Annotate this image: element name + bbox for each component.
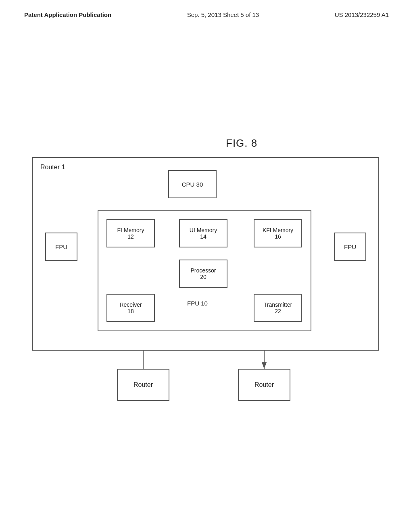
fpu-left-label: FPU bbox=[55, 243, 67, 250]
kfi-memory-box: KFI Memory 16 bbox=[254, 219, 302, 247]
processor-box: Processor 20 bbox=[179, 260, 227, 288]
router-left-label: Router bbox=[133, 381, 153, 389]
figure-label: FIG. 8 bbox=[226, 137, 257, 150]
transmitter-line1: Transmitter bbox=[264, 301, 292, 308]
receiver-line2: 18 bbox=[127, 308, 134, 314]
router-right-box: Router bbox=[238, 369, 290, 401]
ui-memory-line2: 14 bbox=[200, 233, 206, 240]
header-center: Sep. 5, 2013 Sheet 5 of 13 bbox=[187, 11, 259, 18]
cpu-box: CPU 30 bbox=[168, 170, 217, 198]
processor-line1: Processor bbox=[190, 267, 216, 274]
kfi-memory-line2: 16 bbox=[275, 233, 281, 240]
inner-fpu-box: FI Memory 12 UI Memory 14 KFI Memory 16 … bbox=[98, 210, 311, 331]
router-right-label: Router bbox=[254, 381, 274, 389]
router1-label: Router 1 bbox=[40, 164, 65, 171]
fi-memory-box: FI Memory 12 bbox=[106, 219, 155, 247]
transmitter-box: Transmitter 22 bbox=[254, 294, 302, 322]
router-left-box: Router bbox=[117, 369, 169, 401]
router1-box: Router 1 CPU 30 FPU FPU FI Memory 12 UI … bbox=[32, 157, 379, 351]
receiver-box: Receiver 18 bbox=[106, 294, 155, 322]
fpu-right-label: FPU bbox=[344, 243, 356, 250]
fi-memory-line2: 12 bbox=[127, 233, 134, 240]
processor-line2: 20 bbox=[200, 274, 206, 280]
header-right: US 2013/232259 A1 bbox=[335, 11, 389, 18]
fi-memory-line1: FI Memory bbox=[117, 227, 144, 233]
ui-memory-line1: UI Memory bbox=[190, 227, 217, 233]
diagram: Router 1 CPU 30 FPU FPU FI Memory 12 UI … bbox=[32, 157, 379, 407]
fpu-right-box: FPU bbox=[334, 233, 366, 261]
header-left: Patent Application Publication bbox=[24, 11, 111, 18]
cpu-label: CPU 30 bbox=[182, 181, 203, 188]
receiver-line1: Receiver bbox=[119, 301, 142, 308]
transmitter-line2: 22 bbox=[275, 308, 281, 314]
page-header: Patent Application Publication Sep. 5, 2… bbox=[0, 0, 413, 18]
fpu10-label: FPU 10 bbox=[187, 300, 208, 307]
fpu-left-box: FPU bbox=[45, 233, 77, 261]
kfi-memory-line1: KFI Memory bbox=[263, 227, 293, 233]
ui-memory-box: UI Memory 14 bbox=[179, 219, 227, 247]
